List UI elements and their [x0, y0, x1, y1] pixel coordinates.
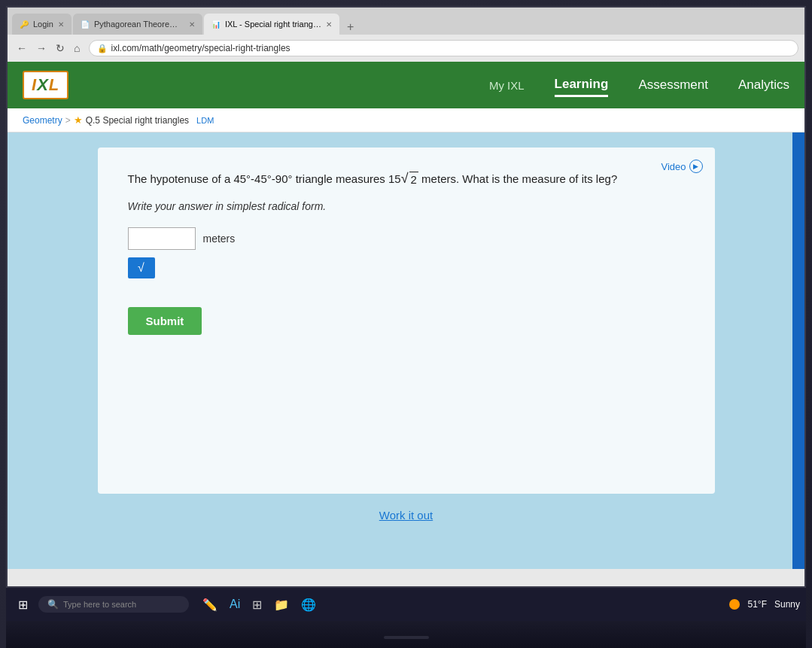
video-label: Video [661, 161, 686, 172]
tab-pythagorean-label: Pythagorean Theorem (Word P... [94, 20, 184, 29]
nav-analytics[interactable]: Analytics [738, 75, 789, 96]
laptop-bottom-bezel [6, 621, 806, 648]
question-text-part2: meters. What is the measure of its leg? [418, 172, 617, 185]
system-tray: 51°F Sunny [729, 599, 800, 610]
taskbar: ⊞ 🔍 Type here to search ✏️ Ai ⊞ 📁 🌐 51°F… [6, 588, 806, 621]
question-card: Video ▶ The hypotenuse of a 45°-45°-90° … [98, 148, 715, 494]
weather-condition: Sunny [774, 599, 800, 610]
header-nav: My IXL Learning Assessment Analytics [489, 74, 789, 97]
answer-row: meters [128, 227, 685, 250]
units-label: meters [203, 233, 236, 245]
answer-input[interactable] [128, 227, 196, 250]
submit-button[interactable]: Submit [128, 307, 202, 335]
home-button[interactable]: ⌂ [71, 41, 83, 56]
pen-taskbar-icon[interactable]: ✏️ [199, 596, 220, 613]
tab-bar: 🔑 Login ✕ 📄 Pythagorean Theorem (Word P.… [8, 8, 804, 35]
tab-pythagorean-close[interactable]: ✕ [189, 20, 195, 29]
laptop-camera [384, 636, 429, 639]
sqrt-symbol: √ [401, 172, 409, 185]
breadcrumb-separator: > [65, 115, 71, 126]
breadcrumb-geometry[interactable]: Geometry [23, 115, 62, 126]
question-text-part1: The hypotenuse of a 45°-45°-90° triangle… [128, 172, 401, 185]
ixl-logo: IXL [23, 71, 68, 99]
tab-login[interactable]: 🔑 Login ✕ [12, 14, 71, 35]
folder-taskbar-icon[interactable]: 📁 [271, 596, 292, 613]
new-tab-button[interactable]: + [341, 20, 360, 35]
tab-ixl-close[interactable]: ✕ [326, 20, 332, 29]
tab-ixl[interactable]: 📊 IXL - Special right triangles (Ge... ✕ [204, 14, 339, 35]
url-shield-icon: 🔒 [97, 44, 108, 53]
content-area: Video ▶ The hypotenuse of a 45°-45°-90° … [8, 132, 804, 569]
instruction-text: Write your answer in simplest radical fo… [128, 200, 685, 212]
start-button[interactable]: ⊞ [12, 595, 34, 615]
search-icon: 🔍 [47, 599, 59, 610]
breadcrumb-star-icon: ★ [74, 114, 83, 126]
address-bar: ← → ↻ ⌂ 🔒 ixl.com/math/geometry/special-… [8, 35, 804, 62]
search-placeholder-text: Type here to search [63, 600, 136, 609]
video-link[interactable]: Video ▶ [661, 160, 702, 173]
nav-learning[interactable]: Learning [555, 74, 609, 97]
ai-taskbar-icon[interactable]: Ai [227, 596, 243, 613]
ixl-app: IXL My IXL Learning Assessment Analytics… [8, 62, 804, 569]
refresh-button[interactable]: ↻ [53, 41, 68, 56]
tab-pythagorean-favicon: 📄 [81, 20, 90, 29]
nav-buttons: ← → ↻ ⌂ [14, 41, 83, 56]
breadcrumb-current: Q.5 Special right triangles [86, 115, 189, 126]
chrome-taskbar-icon[interactable]: 🌐 [298, 596, 319, 613]
snap-taskbar-icon[interactable]: ⊞ [249, 596, 265, 613]
breadcrumb-code: LDM [196, 116, 214, 125]
tab-login-label: Login [33, 20, 53, 29]
search-bar[interactable]: 🔍 Type here to search [38, 596, 189, 613]
right-panel-accent [792, 132, 804, 569]
ixl-header: IXL My IXL Learning Assessment Analytics [8, 62, 804, 108]
forward-button[interactable]: → [33, 41, 50, 56]
tab-ixl-label: IXL - Special right triangles (Ge... [225, 20, 321, 29]
tab-pythagorean[interactable]: 📄 Pythagorean Theorem (Word P... ✕ [73, 14, 202, 35]
nav-my-ixl[interactable]: My IXL [489, 76, 525, 95]
weather-temp: 51°F [747, 599, 766, 610]
video-play-icon: ▶ [689, 160, 703, 173]
url-text: ixl.com/math/geometry/special-right-tria… [111, 43, 290, 53]
sqrt-expression: √2 [401, 172, 418, 187]
tab-login-close[interactable]: ✕ [58, 20, 64, 29]
sqrt-button[interactable]: √ [128, 257, 155, 278]
tab-login-favicon: 🔑 [20, 20, 29, 29]
work-it-out-link[interactable]: Work it out [23, 509, 789, 522]
weather-icon [729, 599, 740, 610]
back-button[interactable]: ← [14, 41, 30, 56]
taskbar-icons: ✏️ Ai ⊞ 📁 🌐 [199, 596, 319, 613]
nav-assessment[interactable]: Assessment [638, 75, 708, 96]
sqrt-btn-symbol: √ [138, 261, 144, 275]
sqrt-value: 2 [409, 172, 418, 187]
breadcrumb: Geometry > ★ Q.5 Special right triangles… [8, 108, 804, 132]
tab-ixl-favicon: 📊 [211, 20, 220, 29]
question-text: The hypotenuse of a 45°-45°-90° triangle… [128, 170, 655, 188]
url-bar[interactable]: 🔒 ixl.com/math/geometry/special-right-tr… [89, 40, 798, 56]
